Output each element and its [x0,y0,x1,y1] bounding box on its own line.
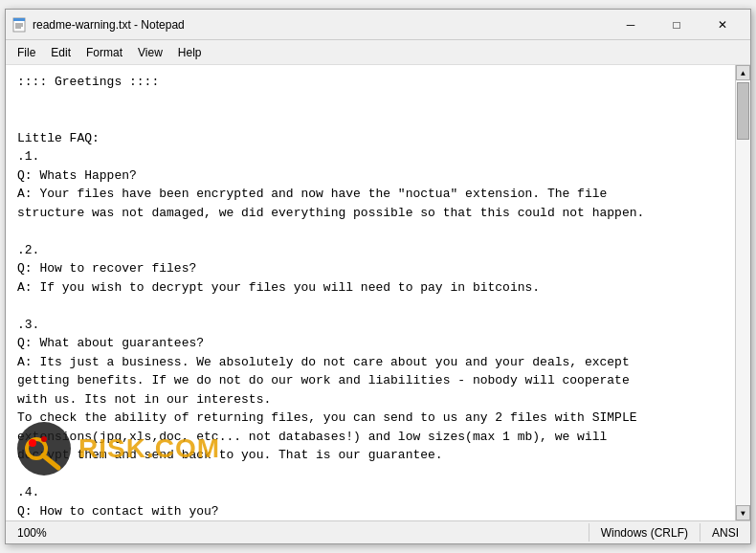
maximize-button[interactable]: □ [655,13,699,36]
text-editor[interactable]: :::: Greetings :::: Little FAQ: .1. Q: W… [6,65,735,520]
content-area: :::: Greetings :::: Little FAQ: .1. Q: W… [6,65,750,520]
menu-edit[interactable]: Edit [43,44,78,61]
menu-help[interactable]: Help [170,44,210,61]
status-zoom: 100% [6,523,58,542]
scroll-down-button[interactable]: ▼ [736,505,750,520]
minimize-button[interactable]: ─ [609,13,653,36]
title-bar-left: readme-warning.txt - Notepad [11,17,185,33]
window-title: readme-warning.txt - Notepad [33,18,185,32]
menu-format[interactable]: Format [78,44,130,61]
close-button[interactable]: ✕ [700,13,745,36]
menu-file[interactable]: File [10,44,43,61]
menu-view[interactable]: View [130,44,170,61]
status-encoding: ANSI [700,523,750,542]
content-wrapper: :::: Greetings :::: Little FAQ: .1. Q: W… [6,65,750,520]
status-line-endings: Windows (CRLF) [589,523,700,542]
vertical-scrollbar[interactable]: ▲ ▼ [735,65,750,520]
menu-bar: File Edit Format View Help [6,40,750,65]
scroll-up-button[interactable]: ▲ [736,65,750,80]
scrollbar-track[interactable] [736,80,750,505]
window-controls: ─ □ ✕ [609,13,745,36]
title-bar: readme-warning.txt - Notepad ─ □ ✕ [6,10,750,40]
notepad-icon [11,17,27,33]
scrollbar-thumb[interactable] [737,82,749,140]
status-bar: 100% Windows (CRLF) ANSI [6,520,750,543]
svg-rect-1 [13,18,25,21]
notepad-window: readme-warning.txt - Notepad ─ □ ✕ File … [5,9,751,544]
